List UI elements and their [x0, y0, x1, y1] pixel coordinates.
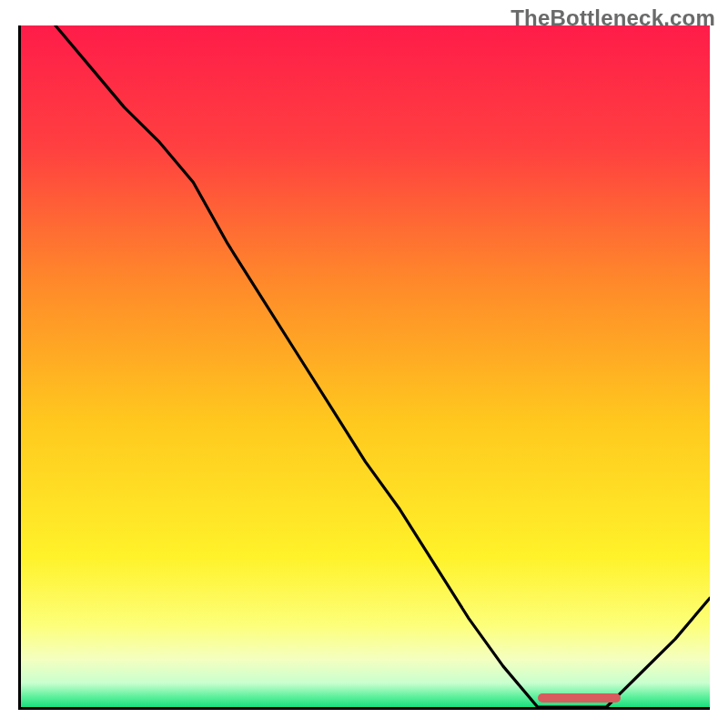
chart-line	[21, 25, 710, 707]
attribution-label: TheBottleneck.com	[511, 5, 715, 31]
optimal-zone-marker	[538, 693, 621, 703]
chart-stage: TheBottleneck.com	[0, 0, 728, 728]
